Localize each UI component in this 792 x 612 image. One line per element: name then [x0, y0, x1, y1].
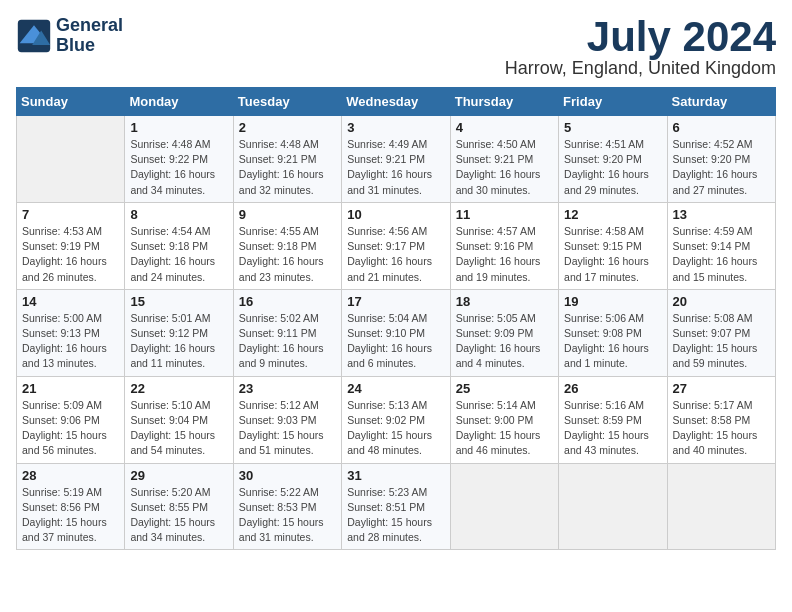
day-number: 6 [673, 120, 770, 135]
calendar-cell: 6Sunrise: 4:52 AM Sunset: 9:20 PM Daylig… [667, 116, 775, 203]
day-number: 7 [22, 207, 119, 222]
calendar-cell: 22Sunrise: 5:10 AM Sunset: 9:04 PM Dayli… [125, 376, 233, 463]
calendar-cell: 10Sunrise: 4:56 AM Sunset: 9:17 PM Dayli… [342, 202, 450, 289]
day-number: 23 [239, 381, 336, 396]
day-number: 13 [673, 207, 770, 222]
day-info: Sunrise: 5:05 AM Sunset: 9:09 PM Dayligh… [456, 311, 553, 372]
calendar-cell: 12Sunrise: 4:58 AM Sunset: 9:15 PM Dayli… [559, 202, 667, 289]
day-info: Sunrise: 5:20 AM Sunset: 8:55 PM Dayligh… [130, 485, 227, 546]
calendar-header-row: SundayMondayTuesdayWednesdayThursdayFrid… [17, 88, 776, 116]
day-number: 26 [564, 381, 661, 396]
day-info: Sunrise: 5:01 AM Sunset: 9:12 PM Dayligh… [130, 311, 227, 372]
logo: General Blue [16, 16, 123, 56]
day-number: 10 [347, 207, 444, 222]
calendar-cell: 31Sunrise: 5:23 AM Sunset: 8:51 PM Dayli… [342, 463, 450, 550]
calendar-cell: 26Sunrise: 5:16 AM Sunset: 8:59 PM Dayli… [559, 376, 667, 463]
day-info: Sunrise: 5:19 AM Sunset: 8:56 PM Dayligh… [22, 485, 119, 546]
day-info: Sunrise: 4:50 AM Sunset: 9:21 PM Dayligh… [456, 137, 553, 198]
calendar-week-row: 28Sunrise: 5:19 AM Sunset: 8:56 PM Dayli… [17, 463, 776, 550]
calendar-cell: 30Sunrise: 5:22 AM Sunset: 8:53 PM Dayli… [233, 463, 341, 550]
page-header: General Blue July 2024 Harrow, England, … [16, 16, 776, 79]
day-info: Sunrise: 4:59 AM Sunset: 9:14 PM Dayligh… [673, 224, 770, 285]
calendar-cell: 28Sunrise: 5:19 AM Sunset: 8:56 PM Dayli… [17, 463, 125, 550]
day-number: 3 [347, 120, 444, 135]
day-number: 30 [239, 468, 336, 483]
day-number: 4 [456, 120, 553, 135]
calendar-cell [17, 116, 125, 203]
calendar-cell [667, 463, 775, 550]
calendar-cell: 14Sunrise: 5:00 AM Sunset: 9:13 PM Dayli… [17, 289, 125, 376]
day-info: Sunrise: 4:54 AM Sunset: 9:18 PM Dayligh… [130, 224, 227, 285]
calendar-cell: 17Sunrise: 5:04 AM Sunset: 9:10 PM Dayli… [342, 289, 450, 376]
day-info: Sunrise: 5:00 AM Sunset: 9:13 PM Dayligh… [22, 311, 119, 372]
day-info: Sunrise: 5:10 AM Sunset: 9:04 PM Dayligh… [130, 398, 227, 459]
calendar-cell [559, 463, 667, 550]
day-number: 22 [130, 381, 227, 396]
day-number: 2 [239, 120, 336, 135]
day-info: Sunrise: 5:12 AM Sunset: 9:03 PM Dayligh… [239, 398, 336, 459]
day-info: Sunrise: 5:17 AM Sunset: 8:58 PM Dayligh… [673, 398, 770, 459]
month-year-title: July 2024 [505, 16, 776, 58]
day-number: 27 [673, 381, 770, 396]
day-number: 5 [564, 120, 661, 135]
day-number: 28 [22, 468, 119, 483]
calendar-cell: 20Sunrise: 5:08 AM Sunset: 9:07 PM Dayli… [667, 289, 775, 376]
header-day-tuesday: Tuesday [233, 88, 341, 116]
day-number: 17 [347, 294, 444, 309]
day-info: Sunrise: 4:57 AM Sunset: 9:16 PM Dayligh… [456, 224, 553, 285]
day-number: 15 [130, 294, 227, 309]
day-number: 16 [239, 294, 336, 309]
day-info: Sunrise: 4:52 AM Sunset: 9:20 PM Dayligh… [673, 137, 770, 198]
calendar-cell: 24Sunrise: 5:13 AM Sunset: 9:02 PM Dayli… [342, 376, 450, 463]
calendar-cell: 2Sunrise: 4:48 AM Sunset: 9:21 PM Daylig… [233, 116, 341, 203]
header-day-monday: Monday [125, 88, 233, 116]
calendar-cell: 21Sunrise: 5:09 AM Sunset: 9:06 PM Dayli… [17, 376, 125, 463]
day-info: Sunrise: 5:02 AM Sunset: 9:11 PM Dayligh… [239, 311, 336, 372]
calendar-cell: 27Sunrise: 5:17 AM Sunset: 8:58 PM Dayli… [667, 376, 775, 463]
calendar-cell: 25Sunrise: 5:14 AM Sunset: 9:00 PM Dayli… [450, 376, 558, 463]
calendar-table: SundayMondayTuesdayWednesdayThursdayFrid… [16, 87, 776, 550]
day-number: 25 [456, 381, 553, 396]
day-number: 19 [564, 294, 661, 309]
calendar-cell: 4Sunrise: 4:50 AM Sunset: 9:21 PM Daylig… [450, 116, 558, 203]
header-day-saturday: Saturday [667, 88, 775, 116]
day-number: 12 [564, 207, 661, 222]
day-info: Sunrise: 4:49 AM Sunset: 9:21 PM Dayligh… [347, 137, 444, 198]
day-number: 14 [22, 294, 119, 309]
logo-text: General Blue [56, 16, 123, 56]
calendar-cell: 3Sunrise: 4:49 AM Sunset: 9:21 PM Daylig… [342, 116, 450, 203]
day-number: 29 [130, 468, 227, 483]
day-info: Sunrise: 5:06 AM Sunset: 9:08 PM Dayligh… [564, 311, 661, 372]
calendar-cell: 5Sunrise: 4:51 AM Sunset: 9:20 PM Daylig… [559, 116, 667, 203]
day-info: Sunrise: 4:55 AM Sunset: 9:18 PM Dayligh… [239, 224, 336, 285]
day-info: Sunrise: 4:56 AM Sunset: 9:17 PM Dayligh… [347, 224, 444, 285]
day-info: Sunrise: 5:23 AM Sunset: 8:51 PM Dayligh… [347, 485, 444, 546]
calendar-cell: 18Sunrise: 5:05 AM Sunset: 9:09 PM Dayli… [450, 289, 558, 376]
title-section: July 2024 Harrow, England, United Kingdo… [505, 16, 776, 79]
calendar-week-row: 14Sunrise: 5:00 AM Sunset: 9:13 PM Dayli… [17, 289, 776, 376]
day-number: 24 [347, 381, 444, 396]
header-day-friday: Friday [559, 88, 667, 116]
header-day-wednesday: Wednesday [342, 88, 450, 116]
calendar-cell: 23Sunrise: 5:12 AM Sunset: 9:03 PM Dayli… [233, 376, 341, 463]
day-number: 20 [673, 294, 770, 309]
day-info: Sunrise: 5:14 AM Sunset: 9:00 PM Dayligh… [456, 398, 553, 459]
calendar-cell: 1Sunrise: 4:48 AM Sunset: 9:22 PM Daylig… [125, 116, 233, 203]
day-number: 18 [456, 294, 553, 309]
day-number: 11 [456, 207, 553, 222]
day-number: 9 [239, 207, 336, 222]
calendar-cell: 9Sunrise: 4:55 AM Sunset: 9:18 PM Daylig… [233, 202, 341, 289]
day-info: Sunrise: 5:16 AM Sunset: 8:59 PM Dayligh… [564, 398, 661, 459]
day-number: 21 [22, 381, 119, 396]
calendar-cell: 11Sunrise: 4:57 AM Sunset: 9:16 PM Dayli… [450, 202, 558, 289]
day-info: Sunrise: 4:48 AM Sunset: 9:21 PM Dayligh… [239, 137, 336, 198]
calendar-cell [450, 463, 558, 550]
calendar-cell: 13Sunrise: 4:59 AM Sunset: 9:14 PM Dayli… [667, 202, 775, 289]
calendar-cell: 15Sunrise: 5:01 AM Sunset: 9:12 PM Dayli… [125, 289, 233, 376]
calendar-cell: 8Sunrise: 4:54 AM Sunset: 9:18 PM Daylig… [125, 202, 233, 289]
day-info: Sunrise: 5:04 AM Sunset: 9:10 PM Dayligh… [347, 311, 444, 372]
header-day-sunday: Sunday [17, 88, 125, 116]
logo-icon [16, 18, 52, 54]
day-info: Sunrise: 4:53 AM Sunset: 9:19 PM Dayligh… [22, 224, 119, 285]
day-info: Sunrise: 5:09 AM Sunset: 9:06 PM Dayligh… [22, 398, 119, 459]
